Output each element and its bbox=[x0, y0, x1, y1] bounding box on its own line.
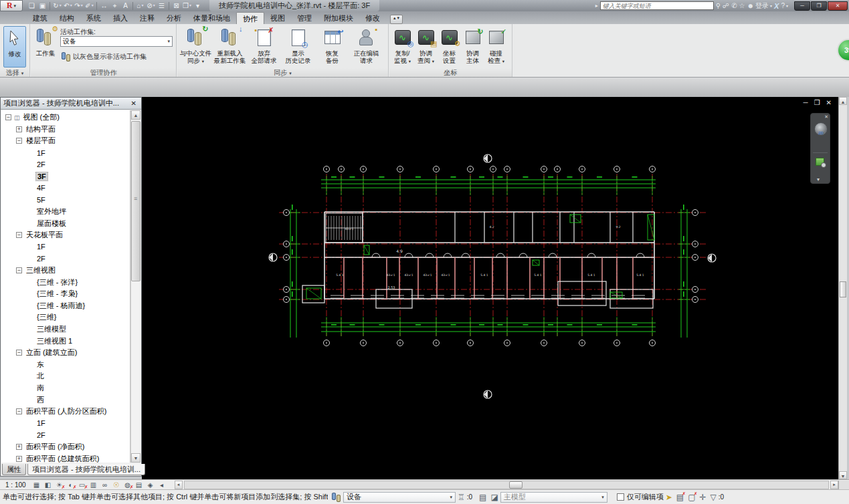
panel-label-select[interactable]: 选择 ▾ bbox=[0, 68, 29, 77]
navbar-chevron-icon[interactable]: ▾ bbox=[817, 176, 820, 182]
redo-icon[interactable]: ↷▾ bbox=[74, 1, 84, 11]
exclude-options-icon[interactable]: ◪ bbox=[490, 493, 498, 502]
tab-插入[interactable]: 插入 bbox=[107, 12, 134, 24]
tree-item-2F[interactable]: 2F bbox=[1, 253, 130, 265]
editable-only-checkbox[interactable] bbox=[617, 493, 624, 501]
shadows-icon[interactable]: ◐✗ bbox=[66, 481, 76, 489]
browser-tab-project-browser[interactable]: 项目浏览器 - 技师学院机电培训... bbox=[27, 464, 145, 475]
tree-item-屋面楼板[interactable]: 屋面楼板 bbox=[1, 217, 130, 229]
tree-item-{三维 - 李枭}[interactable]: {三维 - 李枭} bbox=[1, 288, 130, 300]
sun-path-icon[interactable]: ☀✗ bbox=[54, 481, 65, 489]
collapse-icon[interactable]: ◂ bbox=[157, 481, 167, 489]
tree-item-2F[interactable]: 2F bbox=[1, 429, 130, 441]
tree-item-立面 (建筑立面)[interactable]: −立面 (建筑立面) bbox=[1, 347, 130, 359]
visual-style-icon[interactable]: ◧ bbox=[43, 481, 54, 489]
steering-wheel-icon[interactable] bbox=[814, 122, 828, 136]
exchange-apps-icon[interactable]: X bbox=[774, 1, 779, 11]
active-workset-dropdown[interactable]: 设备▾ bbox=[60, 36, 173, 47]
favorites-icon[interactable]: ☆ bbox=[739, 1, 745, 11]
select-underlay-icon[interactable]: ▤✗ bbox=[676, 493, 684, 502]
default-3d-view-icon[interactable]: ⌂▾ bbox=[135, 1, 145, 11]
filter-icon[interactable]: ▽ bbox=[711, 493, 717, 502]
tree-item-1F[interactable]: 1F bbox=[1, 417, 130, 429]
switch-windows-icon[interactable]: ❐▾ bbox=[182, 1, 192, 11]
scroll-down-icon[interactable]: ▼ bbox=[839, 471, 847, 479]
tree-item-4F[interactable]: 4F bbox=[1, 182, 130, 195]
坐标设置-button[interactable]: ∿⚙坐标设置 bbox=[438, 26, 461, 65]
复制监视-button[interactable]: ∿◎复制/监视 ▾ bbox=[391, 26, 414, 65]
tree-item-结构平面[interactable]: +结构平面 bbox=[1, 124, 130, 136]
close-button[interactable]: ✕ bbox=[828, 1, 848, 11]
restore-button[interactable]: ❐ bbox=[811, 1, 827, 11]
tree-item-室外地坪[interactable]: 室外地坪 bbox=[1, 206, 130, 218]
tree-item-1F[interactable]: 1F bbox=[1, 241, 130, 253]
tab-体量和场地[interactable]: 体量和场地 bbox=[187, 12, 236, 24]
tree-item-{三维}[interactable]: {三维} bbox=[1, 311, 130, 324]
application-menu-button[interactable]: R ▾ bbox=[0, 0, 23, 11]
tree-item-5F[interactable]: 5F bbox=[1, 194, 130, 206]
temporary-hide-isolate-icon[interactable]: ∞ bbox=[100, 481, 110, 489]
design-options-icon[interactable]: ▤ bbox=[479, 493, 486, 502]
sync-with-central-icon[interactable]: ↻▾ bbox=[52, 1, 62, 11]
tab-管理[interactable]: 管理 bbox=[291, 12, 318, 24]
tree-expander-icon[interactable]: + bbox=[16, 456, 22, 462]
tab-建筑[interactable]: 建筑 bbox=[27, 12, 54, 24]
放弃全部请求-button[interactable]: ▪✗放弃全部请求 bbox=[247, 26, 281, 65]
undo-icon[interactable]: ↶▾ bbox=[63, 1, 73, 11]
drawing-area[interactable]: 4.92.5343㎡15.4 143㎡143㎡143㎡143㎡15.4 15.4… bbox=[142, 97, 838, 479]
design-option-dropdown[interactable]: 主模型▾ bbox=[500, 492, 607, 503]
ribbon-collapse-icon[interactable]: ▴ ▾ bbox=[390, 15, 403, 24]
displaced-elements-icon[interactable]: ◈ bbox=[145, 481, 156, 489]
text-icon[interactable]: A bbox=[120, 1, 130, 11]
tree-expander-icon[interactable]: − bbox=[16, 267, 22, 273]
vertical-scrollbar[interactable]: ▲ ▼ bbox=[838, 97, 847, 479]
view-restore-icon[interactable]: ❐ bbox=[814, 99, 820, 106]
显示历史记录-button[interactable]: ◷显示历史记录 bbox=[281, 26, 315, 65]
select-links-icon[interactable]: ➤ bbox=[666, 493, 672, 502]
crop-region-visible-icon[interactable]: ▥ bbox=[88, 481, 99, 489]
browser-scrollbar[interactable]: ▲ ▼ bbox=[130, 110, 140, 463]
thin-lines-icon[interactable]: ☰ bbox=[157, 1, 167, 11]
tree-expander-icon[interactable]: + bbox=[16, 444, 22, 450]
measure-icon[interactable]: ✐▾ bbox=[84, 1, 94, 11]
select-pinned-icon[interactable]: ▢✗ bbox=[688, 493, 695, 502]
tree-item-三维模型[interactable]: 三维模型 bbox=[1, 324, 130, 336]
tree-item-三维视图[interactable]: −三维视图 bbox=[1, 265, 130, 277]
tree-item-3F[interactable]: 3F bbox=[1, 170, 130, 182]
tree-item-楼层平面[interactable]: −楼层平面 bbox=[1, 135, 130, 147]
save-icon[interactable]: ▣ bbox=[37, 1, 48, 11]
tree-item-{三维 - 杨雨迪}[interactable]: {三维 - 杨雨迪} bbox=[1, 300, 130, 312]
subscription-icon[interactable]: ☍ bbox=[723, 1, 729, 11]
search-icon[interactable]: ⚲ bbox=[716, 1, 721, 11]
tree-item-东[interactable]: 东 bbox=[1, 358, 130, 370]
editing-requests-icon[interactable]: ♖ bbox=[458, 493, 465, 502]
zoom-region-icon[interactable] bbox=[816, 158, 824, 166]
view-close-icon[interactable]: ✕ bbox=[826, 99, 832, 106]
tree-item-北[interactable]: 北 bbox=[1, 370, 130, 382]
navbar-close-icon[interactable]: ✕ bbox=[824, 114, 828, 120]
tree-item-三维视图 1[interactable]: 三维视图 1 bbox=[1, 335, 130, 347]
tree-expander-icon[interactable]: − bbox=[16, 350, 22, 356]
tab-注释[interactable]: 注释 bbox=[134, 12, 161, 24]
horizontal-scrollbar[interactable] bbox=[184, 481, 829, 489]
tree-expander-icon[interactable]: − bbox=[16, 232, 22, 238]
view-scale[interactable]: 1 : 100 bbox=[5, 481, 26, 489]
协调主体-button[interactable]: ↻协调主体 bbox=[461, 26, 484, 65]
temporary-view-properties-icon[interactable]: ▤ bbox=[134, 481, 145, 489]
aligned-dimension-icon[interactable]: ↔ bbox=[99, 1, 109, 11]
tab-视图[interactable]: 视图 bbox=[264, 12, 291, 24]
tab-协作[interactable]: 协作 bbox=[236, 12, 264, 24]
tree-item-2F[interactable]: 2F bbox=[1, 158, 130, 170]
恢复备份-button[interactable]: ↩恢复备份 bbox=[315, 26, 349, 65]
worksets-button[interactable]: ⚙ 工作集 bbox=[33, 26, 58, 57]
tree-expander-icon[interactable]: + bbox=[16, 126, 22, 132]
tree-expander-icon[interactable]: − bbox=[16, 138, 22, 144]
tab-分析[interactable]: 分析 bbox=[161, 12, 187, 24]
horizontal-scroll-thumb[interactable] bbox=[509, 481, 523, 489]
active-workset-status-dropdown[interactable]: 设备▾ bbox=[343, 492, 456, 503]
browser-scroll-down-icon[interactable]: ▼ bbox=[131, 453, 140, 463]
tree-item-1F[interactable]: 1F bbox=[1, 147, 130, 159]
search-input[interactable] bbox=[600, 1, 714, 10]
browser-tab-properties[interactable]: 属性 bbox=[2, 464, 26, 475]
open-file-icon[interactable]: ❏ bbox=[27, 1, 37, 11]
